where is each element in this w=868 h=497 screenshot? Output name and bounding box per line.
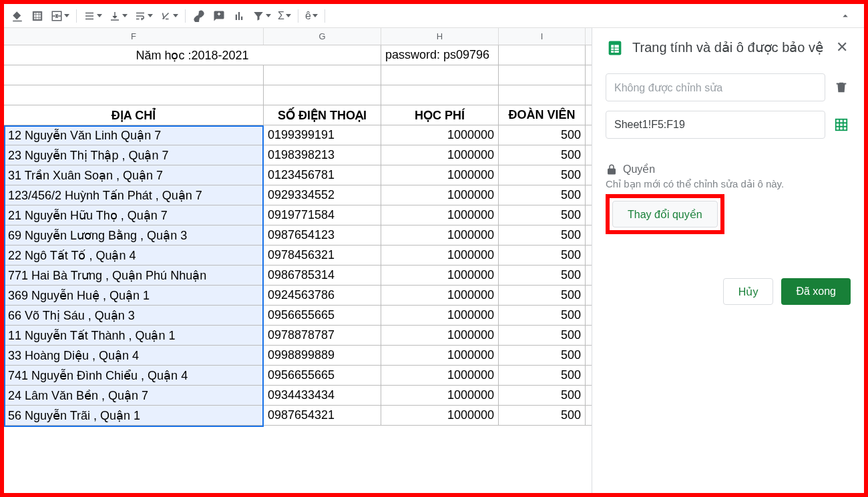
h-align-button[interactable] bbox=[81, 7, 105, 25]
insert-link-icon[interactable] bbox=[190, 7, 208, 25]
col-header-G[interactable]: G bbox=[264, 28, 381, 45]
permissions-description: Chỉ bạn mới có thể chỉnh sửa dải ô này. bbox=[606, 178, 851, 190]
cell-member[interactable]: 500 bbox=[499, 366, 586, 385]
insert-comment-icon[interactable] bbox=[210, 7, 228, 25]
cell-member[interactable]: 500 bbox=[499, 286, 586, 305]
cell-address[interactable]: 771 Hai Bà Trưng , Quận Phú Nhuận bbox=[4, 266, 264, 285]
cell-member[interactable]: 500 bbox=[499, 205, 586, 225]
cell-year[interactable]: Năm học :2018-2021 bbox=[4, 45, 381, 65]
cell-phone[interactable]: 0919771584 bbox=[264, 205, 381, 225]
cancel-button[interactable]: Hủy bbox=[723, 278, 774, 305]
filter-button[interactable] bbox=[250, 7, 274, 25]
cell-address[interactable]: 24 Lâm Văn Bền , Quận 7 bbox=[4, 386, 264, 405]
cell-phone[interactable]: 0123456781 bbox=[264, 165, 381, 185]
header-row: ĐỊA CHỈ SỐ ĐIỆN THOẠI HỌC PHÍ ĐOÀN VIÊN bbox=[4, 105, 592, 125]
cell-address[interactable]: 11 Nguyễn Tất Thành , Quận 1 bbox=[4, 326, 264, 345]
cell-phone[interactable]: 0198398213 bbox=[264, 145, 381, 165]
wrap-text-button[interactable] bbox=[132, 7, 156, 25]
functions-button[interactable]: Σ bbox=[275, 7, 294, 25]
cell-phone[interactable]: 0986785314 bbox=[264, 266, 381, 285]
cell-address[interactable]: 31 Trần Xuân Soạn , Quận 7 bbox=[4, 165, 264, 185]
permissions-label: Quyền bbox=[623, 163, 655, 175]
header-address[interactable]: ĐỊA CHỈ bbox=[4, 105, 264, 125]
cell-member[interactable]: 500 bbox=[499, 185, 586, 205]
text-rotation-button[interactable] bbox=[157, 7, 181, 25]
cell-phone[interactable]: 0978456321 bbox=[264, 245, 381, 265]
cell-fee[interactable]: 1000000 bbox=[381, 386, 499, 405]
cell-fee[interactable]: 1000000 bbox=[381, 326, 499, 345]
cell-fee[interactable]: 1000000 bbox=[381, 286, 499, 305]
header-phone[interactable]: SỐ ĐIỆN THOẠI bbox=[264, 105, 381, 125]
cell-phone[interactable]: 0956655665 bbox=[264, 366, 381, 385]
col-header-F[interactable]: F bbox=[4, 28, 264, 45]
cell-member[interactable]: 500 bbox=[499, 125, 586, 145]
input-tools-button[interactable]: ê bbox=[302, 7, 320, 25]
done-button[interactable]: Đã xong bbox=[781, 278, 851, 305]
cell-phone[interactable]: 0998899889 bbox=[264, 346, 381, 365]
col-header-H[interactable]: H bbox=[381, 28, 499, 45]
delete-icon[interactable] bbox=[832, 78, 851, 97]
fill-color-icon[interactable] bbox=[8, 7, 27, 25]
header-member[interactable]: ĐOÀN VIÊN bbox=[499, 105, 586, 125]
spreadsheet-grid[interactable]: F G H I Năm học :2018-2021 password: ps0… bbox=[4, 28, 592, 493]
cell-address[interactable]: 23 Nguyễn Thị Thập , Quận 7 bbox=[4, 145, 264, 165]
cell-member[interactable]: 500 bbox=[499, 386, 586, 405]
cell-member[interactable]: 500 bbox=[499, 306, 586, 325]
cell-address[interactable]: 12 Nguyễn Văn Linh Quận 7 bbox=[4, 125, 264, 145]
header-fee[interactable]: HỌC PHÍ bbox=[381, 105, 499, 125]
table-row: 741 Nguyễn Đình Chiểu , Quận 40956655665… bbox=[4, 366, 592, 386]
cell-fee[interactable]: 1000000 bbox=[381, 366, 499, 385]
cell-member[interactable]: 500 bbox=[499, 225, 586, 245]
cell-password[interactable]: password: ps09796 bbox=[381, 45, 499, 65]
cell-member[interactable]: 500 bbox=[499, 145, 586, 165]
cell-phone[interactable]: 0987654321 bbox=[264, 406, 381, 425]
cell-address[interactable]: 369 Nguyễn Huệ , Quận 1 bbox=[4, 286, 264, 305]
close-icon[interactable]: ✕ bbox=[833, 39, 851, 56]
cell-empty[interactable] bbox=[499, 45, 586, 65]
collapse-toolbar-icon[interactable] bbox=[836, 7, 855, 25]
cell-fee[interactable]: 1000000 bbox=[381, 165, 499, 185]
cell-member[interactable]: 500 bbox=[499, 326, 586, 345]
cell-fee[interactable]: 1000000 bbox=[381, 145, 499, 165]
cell-fee[interactable]: 1000000 bbox=[381, 125, 499, 145]
cell-fee[interactable]: 1000000 bbox=[381, 266, 499, 285]
cell-phone[interactable]: 0924563786 bbox=[264, 286, 381, 305]
cell-address[interactable]: 66 Võ Thị Sáu , Quận 3 bbox=[4, 306, 264, 325]
col-header-I[interactable]: I bbox=[499, 28, 586, 45]
description-input[interactable]: Không được chỉnh sửa bbox=[606, 73, 825, 101]
select-range-icon[interactable] bbox=[832, 115, 851, 134]
cell-phone[interactable]: 0199399191 bbox=[264, 125, 381, 145]
v-align-button[interactable] bbox=[106, 7, 130, 25]
merge-cells-button[interactable] bbox=[48, 7, 72, 25]
cell-member[interactable]: 500 bbox=[499, 165, 586, 185]
insert-chart-icon[interactable] bbox=[230, 7, 248, 25]
cell-fee[interactable]: 1000000 bbox=[381, 185, 499, 205]
cell-member[interactable]: 500 bbox=[499, 346, 586, 365]
cell-fee[interactable]: 1000000 bbox=[381, 225, 499, 245]
cell-fee[interactable]: 1000000 bbox=[381, 245, 499, 265]
cell-address[interactable]: 21 Nguyễn Hữu Thọ , Quận 7 bbox=[4, 205, 264, 225]
cell-member[interactable]: 500 bbox=[499, 406, 586, 425]
cell-fee[interactable]: 1000000 bbox=[381, 406, 499, 425]
cell-address[interactable]: 33 Hoàng Diệu , Quận 4 bbox=[4, 346, 264, 365]
cell-address[interactable]: 56 Nguyễn Trãi , Quận 1 bbox=[4, 406, 264, 425]
cell-fee[interactable]: 1000000 bbox=[381, 306, 499, 325]
cell-address[interactable]: 741 Nguyễn Đình Chiểu , Quận 4 bbox=[4, 366, 264, 385]
table-row: 33 Hoàng Diệu , Quận 4099889988910000005… bbox=[4, 346, 592, 366]
borders-icon[interactable] bbox=[28, 7, 47, 25]
table-row: 56 Nguyễn Trãi , Quận 109876543211000000… bbox=[4, 406, 592, 426]
cell-address[interactable]: 123/456/2 Huỳnh Tấn Phát , Quận 7 bbox=[4, 185, 264, 205]
cell-address[interactable]: 22 Ngô Tất Tố , Quận 4 bbox=[4, 245, 264, 265]
cell-member[interactable]: 500 bbox=[499, 266, 586, 285]
cell-phone[interactable]: 0987654123 bbox=[264, 225, 381, 245]
cell-member[interactable]: 500 bbox=[499, 245, 586, 265]
cell-address[interactable]: 69 Nguyễn Lương Bằng , Quận 3 bbox=[4, 225, 264, 245]
change-permissions-button[interactable]: Thay đổi quyền bbox=[612, 201, 718, 227]
cell-phone[interactable]: 0929334552 bbox=[264, 185, 381, 205]
cell-fee[interactable]: 1000000 bbox=[381, 205, 499, 225]
cell-fee[interactable]: 1000000 bbox=[381, 346, 499, 365]
cell-phone[interactable]: 0956655665 bbox=[264, 306, 381, 325]
cell-phone[interactable]: 0934433434 bbox=[264, 386, 381, 405]
range-input[interactable]: Sheet1!F5:F19 bbox=[606, 111, 825, 139]
cell-phone[interactable]: 0978878787 bbox=[264, 326, 381, 345]
